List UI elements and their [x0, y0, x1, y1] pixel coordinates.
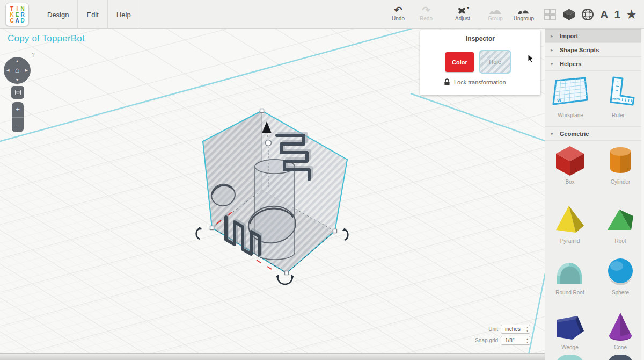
logo-letter: N	[20, 6, 25, 12]
snap-grid-label: Snap grid	[460, 337, 498, 343]
inspector-title: Inspector	[420, 35, 540, 42]
shape-cylinder[interactable]: Cylinder	[598, 143, 643, 185]
logo-letter: C	[10, 18, 14, 24]
logo-letter: A	[15, 18, 20, 24]
lock-icon	[444, 78, 450, 86]
fit-view-button[interactable]	[11, 86, 24, 99]
logo-letter: D	[20, 18, 25, 24]
nav-help-icon[interactable]: ?	[32, 52, 35, 58]
rotate-up-arrow[interactable]: ▲	[16, 59, 19, 63]
svg-text:mm: mm	[612, 97, 620, 102]
wireframe-sphere-icon	[581, 8, 594, 21]
group-icon	[482, 4, 509, 17]
grid-icon	[544, 8, 557, 21]
shape-roof[interactable]: Roof	[598, 202, 643, 244]
shape-pyramid[interactable]: Pyramid	[547, 202, 592, 244]
sphere-shape-icon	[603, 255, 638, 288]
stepper-icon: ▴▾	[526, 337, 528, 344]
fit-view-icon	[15, 90, 21, 95]
solid-shapes-tab[interactable]	[563, 6, 575, 23]
inspector-panel: Inspector Color Hole Lock transformation	[420, 30, 540, 95]
menu-edit[interactable]: Edit	[78, 0, 107, 29]
unit-row: Unit inches ▴▾	[460, 325, 530, 334]
height-handle[interactable]	[266, 140, 272, 146]
svg-text:w: w	[557, 97, 561, 103]
group-button[interactable]: Group	[482, 4, 509, 26]
tinkercad-logo[interactable]: T I N K E R C A D	[5, 3, 29, 26]
round-roof-shape-icon	[553, 255, 587, 288]
rotate-right-arrow[interactable]: ▶	[25, 68, 28, 73]
viewport-3d[interactable]: Copy of TopperBot ▲ ▼ ◀ ▶ ⌂ ? + − Inspec…	[0, 29, 545, 360]
ungroup-button[interactable]: Ungroup	[509, 4, 538, 26]
rotate-left-arrow[interactable]: ◀	[6, 68, 9, 73]
redo-icon: ↷	[414, 4, 438, 17]
menu-design[interactable]: Design	[39, 0, 78, 29]
shape-round-roof[interactable]: Round Roof	[547, 255, 592, 296]
section-shape-scripts[interactable]: ▸ Shape Scripts	[545, 43, 644, 57]
section-import[interactable]: ▸ Import	[545, 29, 644, 43]
shape-box[interactable]: Box	[547, 143, 592, 185]
workplane-icon: w	[551, 74, 590, 109]
top-bar: T I N K E R C A D Design Edit Help ↶ Und…	[0, 0, 644, 29]
collapse-arrow-icon: ▸	[551, 33, 555, 39]
roof-shape-icon	[603, 202, 638, 236]
adjust-button[interactable]: ▾ Adjust	[449, 4, 477, 26]
logo-letter: I	[15, 6, 20, 12]
adjust-icon: ▾	[449, 4, 477, 17]
shape-cone[interactable]: Cone	[598, 309, 643, 350]
lock-transformation-toggle[interactable]: Lock transformation	[444, 78, 506, 86]
shape-wedge[interactable]: Wedge	[547, 309, 592, 350]
zoom-out-button[interactable]: −	[12, 118, 24, 133]
helper-workplane[interactable]: w Workplane	[550, 74, 591, 118]
wedge-shape-icon	[553, 309, 587, 343]
hole-shapes-tab[interactable]	[581, 6, 594, 23]
logo-letter: E	[15, 12, 20, 18]
shape-partial-right[interactable]	[608, 355, 633, 360]
symbols-tab[interactable]: ★	[626, 6, 636, 23]
shapes-sidebar: ▸ Import ▸ Shape Scripts ▾ Helpers	[545, 29, 644, 360]
unit-label: Unit	[460, 326, 498, 332]
letters-tab[interactable]: A	[600, 6, 608, 23]
menu-bar: Design Edit Help	[39, 0, 140, 29]
collapse-arrow-icon: ▸	[551, 47, 555, 53]
undo-icon: ↶	[386, 4, 411, 17]
viewport-bottom-edge	[0, 353, 545, 360]
logo-letter: R	[20, 12, 25, 18]
stepper-icon: ▴▾	[526, 326, 528, 333]
tinkercad-app: T I N K E R C A D Design Edit Help ↶ Und…	[0, 0, 644, 360]
unit-select[interactable]: inches ▴▾	[501, 325, 530, 334]
section-helpers[interactable]: ▾ Helpers	[545, 57, 644, 71]
zoom-in-button[interactable]: +	[12, 102, 24, 118]
home-view-icon[interactable]: ⌂	[15, 66, 19, 74]
ungroup-icon	[509, 4, 538, 17]
zoom-control: + −	[12, 102, 24, 132]
rotate-down-arrow[interactable]: ▼	[16, 78, 19, 82]
sidebar-scrollbar[interactable]	[641, 29, 644, 360]
numbers-tab[interactable]: 1	[614, 6, 620, 23]
pyramid-shape-icon	[553, 202, 587, 236]
view-rotate-dial[interactable]: ▲ ▼ ◀ ▶ ⌂	[4, 57, 31, 84]
shape-library-tabs: A 1 ★	[544, 0, 640, 29]
undo-button[interactable]: ↶ Undo	[386, 4, 411, 26]
snap-grid-select[interactable]: 1/8" ▴▾	[501, 336, 530, 345]
hole-swatch[interactable]: Hole	[479, 50, 511, 74]
geometric-items: Box Cylinder	[545, 141, 644, 346]
redo-button[interactable]: ↷ Redo	[414, 4, 438, 26]
shape-partial-left[interactable]	[555, 355, 585, 360]
cube-icon	[563, 8, 575, 21]
shape-sphere[interactable]: Sphere	[598, 255, 643, 296]
helper-ruler[interactable]: mm Ruler	[599, 75, 638, 118]
snap-grid-row: Snap grid 1/8" ▴▾	[460, 336, 530, 345]
logo-letter: T	[10, 6, 14, 12]
expand-arrow-icon: ▾	[551, 131, 555, 136]
mouse-cursor	[528, 54, 535, 63]
box-shape-icon	[553, 143, 587, 177]
section-geometric[interactable]: ▾ Geometric	[545, 127, 644, 141]
expand-arrow-icon: ▾	[551, 61, 555, 67]
shapes-grid-tab[interactable]	[544, 6, 557, 23]
menu-help[interactable]: Help	[108, 0, 140, 29]
color-swatch[interactable]: Color	[445, 52, 474, 72]
cone-shape-icon	[603, 309, 638, 343]
cylinder-shape-icon	[603, 143, 638, 177]
logo-letter: K	[10, 12, 14, 18]
